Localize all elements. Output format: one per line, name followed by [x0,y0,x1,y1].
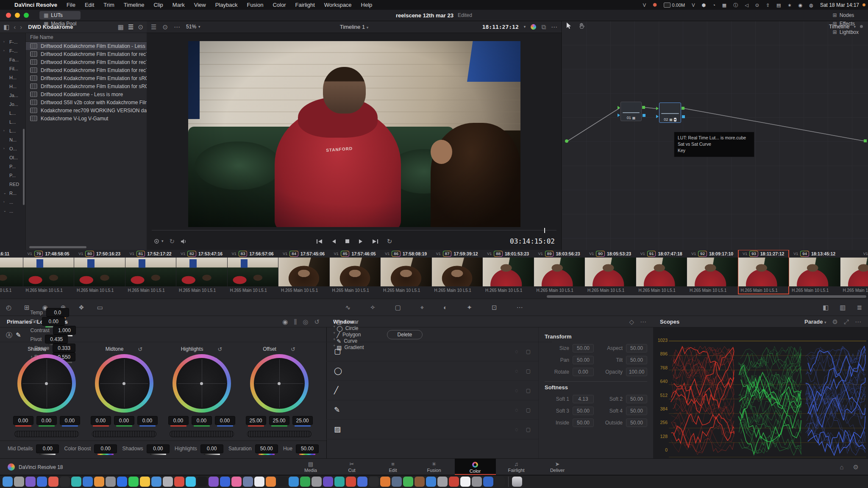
keyframe-icon[interactable]: ◇ [629,319,634,325]
viewer-options-icon[interactable]: ⋯ [551,24,557,30]
app-menu-title[interactable]: DaVinci Resolve [14,2,57,8]
clip-thumbnail[interactable] [432,258,483,286]
adjust-value-field[interactable]: 0.00 [36,444,59,453]
window-shape-tool[interactable]: + ▢ Linear [333,319,364,325]
wheel-green-value[interactable]: 25.00 [269,416,289,425]
dock-app-icon[interactable] [106,477,116,487]
color-wheel[interactable] [17,354,76,413]
key-output-icon[interactable] [682,115,685,118]
menu-item[interactable]: View [194,2,206,8]
delete-window-button[interactable]: Delete [387,330,423,339]
clip-thumbnail[interactable] [125,258,176,286]
tool-icon[interactable]: ❖ [78,304,84,311]
dock-app-icon[interactable] [437,477,448,487]
timeline-clip[interactable]: V1 83 17:56:57:06 H.265 Main 10 L5.1 [228,250,278,294]
menu-item[interactable]: Fusion [247,2,263,8]
wheel-red-value[interactable]: 0.00 [91,416,111,425]
lut-folder-item[interactable]: H... [0,82,25,91]
timeline-clip[interactable]: V1 92 18:09:17:10 H.265 Main 10 L5.1 [687,250,738,294]
softness-value-field[interactable]: 4.13 [573,395,594,403]
dock-app-icon[interactable] [449,477,459,487]
dock-app-icon[interactable] [209,477,219,487]
clip-thumbnail[interactable] [176,258,227,286]
dock-app-icon[interactable] [289,477,299,487]
menu-item[interactable]: Clip [153,2,163,8]
color-wheel[interactable] [250,354,309,413]
dock-app-icon[interactable] [483,477,493,487]
tool-icon[interactable]: ✦ [467,304,472,311]
rgb-input-icon[interactable] [618,106,620,109]
dock-app-icon[interactable] [186,477,196,487]
lut-folder-item[interactable]: Jo... [0,100,25,108]
softness-value-field[interactable]: 50.00 [626,419,647,427]
tool-icon[interactable]: ⋯ [517,304,523,311]
zoom-window-button[interactable] [24,13,29,18]
menubar-status-icon[interactable]: ▤ [776,3,781,8]
close-window-button[interactable] [6,13,11,18]
timeline-clip[interactable]: V1 80 17:50:16:23 H.265 Main 10 L5.1 [74,250,125,294]
dock-app-icon[interactable] [37,477,47,487]
dock-app-icon[interactable] [197,477,207,487]
invert-window-icon[interactable]: ◌ [515,388,518,394]
transform-value-field[interactable]: 0.00 [573,368,594,376]
timeline-clip[interactable]: V1 89 18:03:56:23 H.265 Main 10 L5.1 [534,250,585,294]
dock-app-icon[interactable] [71,477,81,487]
dock-app-icon[interactable] [266,477,276,487]
menubar-status-icon[interactable]: ◉ [798,3,803,8]
invert-window-icon[interactable]: ◌ [515,349,518,355]
timeline-clip[interactable]: V1 85 17:57:46:05 H.265 Main 10 L5.1 [330,250,381,294]
lut-folder-item[interactable]: › F-... [0,37,25,46]
wheel-reset-icon[interactable]: ↺ [291,346,295,352]
white-balance-picker-icon[interactable]: ✎ [16,332,21,338]
zoom-level-dropdown[interactable]: 51% ▾ [186,24,200,30]
adjust-value-field[interactable]: 0.00 [200,444,223,453]
page-tab[interactable]: ➤ Deliver [537,459,578,475]
lut-folder-item[interactable]: H... [0,73,25,82]
wheel-red-value[interactable]: 0.00 [168,416,189,425]
notification-app-icon[interactable]: ⬢ [653,2,657,8]
dock-app-icon[interactable] [231,477,242,487]
tool-icon[interactable]: ✧ [370,304,376,311]
play-icon[interactable] [358,239,363,244]
lut-folder-item[interactable]: P... [0,162,25,171]
sidebar-scrollbar[interactable] [23,129,25,205]
toolbar-toggle-button[interactable]: ⊞ Nodes [829,11,863,19]
clip-thumbnail[interactable] [278,258,329,286]
menubar-status-icon[interactable]: ⊙ [755,3,759,8]
dock-app-icon[interactable] [346,477,356,487]
menu-item[interactable]: File [67,2,75,8]
menubar-status-icon[interactable]: ⓘ [733,3,738,8]
forward-icon[interactable]: › [20,24,22,30]
softness-value-field[interactable]: 50.00 [626,395,647,403]
scope-options-icon[interactable]: ⋯ [855,319,861,325]
dock-app-icon[interactable] [323,477,333,487]
clip-thumbnail[interactable] [0,258,23,286]
timeline-clip[interactable]: V1 94 18:13:45:12 H.265 Main 10 L5.1 [789,250,840,294]
dock-app-icon[interactable] [300,477,310,487]
trash-icon[interactable] [512,477,522,487]
wheel-blue-value[interactable]: 0.00 [60,416,80,425]
menu-item[interactable]: Fairlight [295,2,315,8]
tool-icon[interactable]: ▥ [840,304,846,311]
tool-icon[interactable]: ⊡ [492,304,497,311]
clip-thumbnail[interactable] [585,258,636,286]
menubar-status-icon[interactable]: ◁ [745,3,748,8]
key-input-icon[interactable] [618,114,620,117]
timeline-clip[interactable]: V1 90 18:05:53:23 H.265 Main 10 L5.1 [585,250,636,294]
dock-app-icon[interactable] [128,477,139,487]
toolbar-toggle-button[interactable]: ⊞ Lightbox [829,28,863,36]
scope-settings-icon[interactable]: ⚙ [832,319,838,325]
rgb-output-icon[interactable] [682,107,684,110]
toolbar-toggle-button[interactable]: ▦ LUTs [39,11,81,19]
page-tab[interactable]: ▤ Media [290,459,331,475]
key-output-icon[interactable] [643,114,645,117]
tool-icon[interactable]: ≣ [857,304,862,311]
dock-app-icon[interactable] [495,477,505,487]
viewer-timecode[interactable]: 18:11:27:12 [482,24,519,30]
transform-value-field[interactable]: 100.00 [626,368,647,376]
rgb-output-icon[interactable] [642,106,645,109]
lut-file-row[interactable]: Driftwood Kodakchrome Film Emulation for… [26,82,147,90]
dock-app-icon[interactable] [3,477,13,487]
master-wheel[interactable] [170,431,234,437]
clip-thumbnail[interactable] [228,258,278,286]
